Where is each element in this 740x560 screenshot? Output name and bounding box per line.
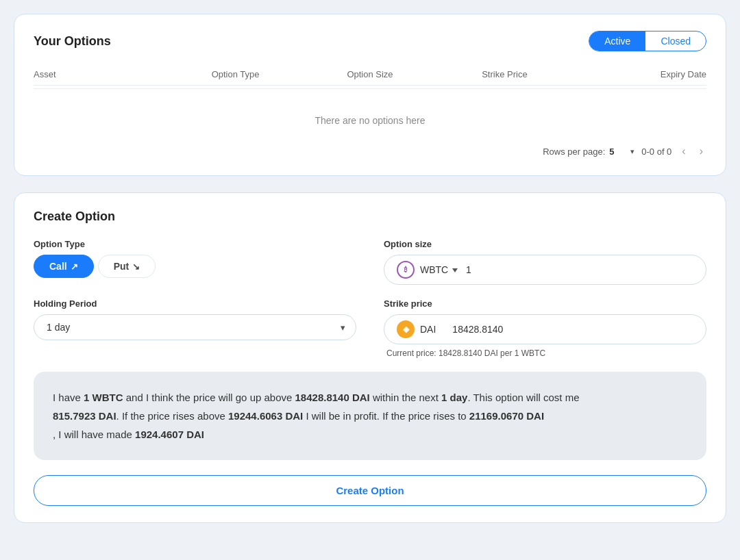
- table-header: Asset Option Type Option Size Strike Pri…: [34, 64, 706, 86]
- holding-period-select[interactable]: 1 day 3 days 7 days 14 days 30 days: [34, 314, 356, 340]
- summary-text-7: , I will have made: [53, 429, 135, 440]
- strike-price-input[interactable]: ◈ DAI 18428.8140: [384, 314, 706, 344]
- active-tab-button[interactable]: Active: [589, 31, 645, 51]
- holding-period-label: Holding Period: [34, 298, 356, 309]
- rows-per-page-select[interactable]: 5 10 25: [609, 147, 629, 157]
- summary-cost: 815.7923 DAI: [53, 410, 116, 422]
- holding-period-group: Holding Period 1 day 3 days 7 days 14 da…: [34, 298, 356, 358]
- summary-max: 21169.0670 DAI: [469, 410, 544, 422]
- dai-coin-icon: ◈: [397, 320, 415, 338]
- table-footer: Rows per page: 5 10 25 0-0 of 0 ‹ ›: [34, 133, 706, 159]
- table-empty-message: There are no options here: [34, 100, 706, 133]
- create-option-form: Option Type Call ↗ Put ↘ Option size ₿ W…: [34, 239, 706, 358]
- call-up-icon: ↗: [71, 262, 78, 272]
- strike-price-value: 18428.8140: [452, 324, 503, 335]
- strike-price-asset: DAI: [420, 324, 436, 335]
- option-type-label: Option Type: [34, 239, 356, 249]
- summary-text-5: . If the price rises above: [116, 410, 228, 422]
- prev-page-button[interactable]: ‹: [678, 144, 689, 159]
- summary-profit: 1924.4607 DAI: [135, 429, 204, 440]
- create-option-panel: Create Option Option Type Call ↗ Put ↘ O…: [14, 192, 726, 523]
- summary-breakeven: 19244.6063 DAI: [228, 410, 303, 422]
- closed-tab-button[interactable]: Closed: [645, 31, 706, 51]
- rows-select-wrapper: 5 10 25: [609, 147, 634, 157]
- call-button[interactable]: Call ↗: [34, 255, 94, 278]
- option-size-group: Option size ₿ WBTC 1: [384, 239, 706, 285]
- your-options-panel: Your Options Active Closed Asset Option …: [14, 14, 726, 176]
- asset-dropdown-icon: [452, 268, 458, 272]
- rows-per-page-label: Rows per page:: [543, 147, 605, 157]
- call-label: Call: [49, 261, 67, 272]
- summary-strike: 18428.8140 DAI: [295, 392, 370, 403]
- option-type-group: Option Type Call ↗ Put ↘: [34, 239, 356, 285]
- options-header: Your Options Active Closed: [34, 31, 706, 51]
- put-down-icon: ↘: [132, 262, 140, 272]
- option-type-buttons: Call ↗ Put ↘: [34, 255, 356, 278]
- summary-text-3: within the next: [370, 392, 441, 403]
- option-size-asset: WBTC: [420, 264, 458, 275]
- holding-period-select-wrapper: 1 day 3 days 7 days 14 days 30 days: [34, 314, 356, 340]
- summary-period: 1 day: [441, 392, 467, 403]
- summary-text-6: I will be in profit. If the price rises …: [303, 410, 469, 422]
- summary-amount: 1 WBTC: [84, 392, 123, 403]
- active-closed-toggle: Active Closed: [589, 31, 706, 51]
- table-divider: [34, 88, 706, 89]
- summary-text-2: and I think the price will go up above: [123, 392, 295, 403]
- next-page-button[interactable]: ›: [696, 144, 706, 159]
- option-size-value: 1: [466, 264, 471, 275]
- option-size-label: Option size: [384, 239, 706, 249]
- column-strike-price: Strike Price: [437, 69, 571, 79]
- create-option-title: Create Option: [34, 209, 706, 224]
- strike-price-group: Strike price ◈ DAI 18428.8140 Current pr…: [384, 298, 706, 358]
- current-price-note: Current price: 18428.8140 DAI per 1 WBTC: [384, 348, 706, 358]
- wbtc-coin-icon: ₿: [397, 261, 415, 279]
- column-asset: Asset: [34, 69, 168, 79]
- column-option-type: Option Type: [168, 69, 302, 79]
- column-expiry-date: Expiry Date: [572, 69, 706, 79]
- option-summary-box: I have 1 WBTC and I think the price will…: [34, 372, 706, 460]
- strike-price-label: Strike price: [384, 298, 706, 309]
- rows-per-page-group: Rows per page: 5 10 25: [543, 147, 634, 157]
- column-option-size: Option Size: [303, 69, 437, 79]
- page-info: 0-0 of 0: [641, 147, 671, 157]
- summary-text-4: . This option will cost me: [467, 392, 579, 403]
- put-label: Put: [114, 261, 130, 272]
- option-size-input[interactable]: ₿ WBTC 1: [384, 255, 706, 285]
- create-option-button[interactable]: Create Option: [34, 475, 706, 506]
- your-options-title: Your Options: [34, 34, 111, 49]
- put-button[interactable]: Put ↘: [98, 255, 156, 278]
- summary-text-1: I have: [53, 392, 84, 403]
